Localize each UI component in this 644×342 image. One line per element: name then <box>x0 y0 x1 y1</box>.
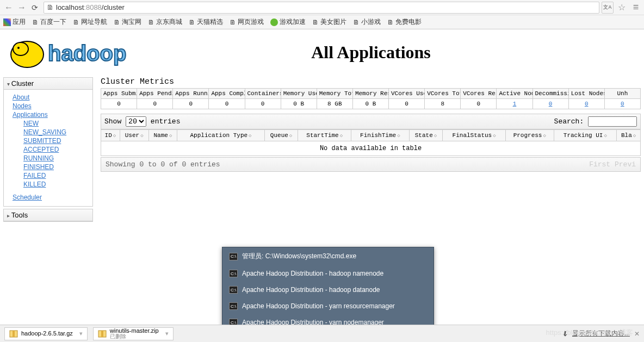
sidebar-section-cluster[interactable]: Cluster <box>4 78 92 90</box>
svg-text:hadoop: hadoop <box>48 41 126 65</box>
metrics-value: 0 <box>137 99 173 109</box>
metrics-value: 0 <box>209 99 245 109</box>
metrics-value: 0 <box>173 99 209 109</box>
no-data-message: No data available in table <box>101 141 641 156</box>
back-button[interactable]: ← <box>2 1 15 14</box>
sidebar-link-submitted[interactable]: SUBMITTED <box>23 136 88 145</box>
svg-point-1 <box>13 42 28 55</box>
reload-button[interactable]: ⟳ <box>28 1 41 14</box>
applications-table: ID◇User◇Name◇Application Type◇Queue◇Star… <box>101 129 641 141</box>
bookmark-item[interactable]: 🗎 网址导航 <box>73 17 107 27</box>
chevron-down-icon[interactable]: ▾ <box>165 330 169 337</box>
metrics-header: Apps Pending <box>137 89 173 99</box>
search-input[interactable] <box>588 116 637 127</box>
sidebar-link-scheduler[interactable]: Scheduler <box>13 193 42 202</box>
forward-button[interactable]: → <box>15 1 28 14</box>
sidebar-link-failed[interactable]: FAILED <box>23 171 88 180</box>
download-item[interactable]: winutils-master.zip 已删除 ▾ <box>93 327 174 340</box>
column-header[interactable]: Tracking UI◇ <box>554 130 617 141</box>
bookmark-item[interactable]: 🗎 京东商城 <box>148 17 182 27</box>
taskbar-item[interactable]: C:\Apache Hadoop Distribution - hadoop n… <box>222 265 434 282</box>
url-bar[interactable]: 🗎 localhost:8088/cluster <box>44 2 599 14</box>
sidebar-link-nodes[interactable]: Nodes <box>13 102 88 110</box>
pager-first[interactable]: First <box>589 160 610 169</box>
close-shelf-button[interactable]: ✕ <box>634 330 640 338</box>
sidebar-section-tools[interactable]: Tools <box>4 209 92 221</box>
column-header[interactable]: StartTime◇ <box>298 130 351 141</box>
metrics-value[interactable]: 0 <box>604 99 640 109</box>
metrics-header: Unh <box>604 89 640 99</box>
metrics-value: 0 <box>389 99 425 109</box>
metrics-header: VCores Total <box>425 89 461 99</box>
metrics-value[interactable]: 1 <box>497 99 532 109</box>
sidebar-link-applications[interactable]: Applications <box>13 110 88 119</box>
bookmark-item[interactable]: 🗎 天猫精选 <box>189 17 223 27</box>
bookmark-item[interactable]: 🗎 美女图片 <box>312 17 346 27</box>
column-header[interactable]: Application Type◇ <box>177 130 264 141</box>
bookmark-item[interactable]: 🗎 小游戏 <box>353 17 381 27</box>
svg-point-2 <box>17 47 20 49</box>
metrics-header: Apps Completed <box>209 89 245 99</box>
download-arrow-icon: ⬇ <box>562 330 568 338</box>
pager-prev[interactable]: Previ <box>615 160 636 169</box>
taskbar-item[interactable]: C:\Apache Hadoop Distribution - hadoop d… <box>222 282 434 298</box>
download-status: 已删除 <box>110 334 159 339</box>
column-header[interactable]: Queue◇ <box>264 130 298 141</box>
metrics-header: Apps Running <box>173 89 209 99</box>
metrics-value[interactable]: 0 <box>568 99 604 109</box>
sidebar-link-new-saving[interactable]: NEW_SAVING <box>23 128 88 136</box>
svg-rect-7 <box>101 331 103 337</box>
taskbar-item[interactable]: C:\管理员: C:\Windows\system32\cmd.exe <box>222 247 434 265</box>
bookmarks-bar: 应用 🗎 百度一下 🗎 网址导航 🗎 淘宝网 🗎 京东商城 🗎 天猫精选 🗎 网… <box>0 15 644 29</box>
sidebar: Cluster About Nodes Applications NEW NEW… <box>3 77 93 342</box>
column-header[interactable]: State◇ <box>409 130 443 141</box>
column-header[interactable]: User◇ <box>120 130 148 141</box>
metrics-value: 8 GB <box>317 99 352 109</box>
column-header[interactable]: FinalStatus◇ <box>443 130 506 141</box>
bookmark-item[interactable]: 游戏加速 <box>270 17 306 27</box>
show-all-downloads-link[interactable]: 显示所有下载内容... <box>572 329 630 338</box>
column-header[interactable]: Name◇ <box>148 130 177 141</box>
sidebar-link-accepted[interactable]: ACCEPTED <box>23 145 88 154</box>
cmd-icon: C:\ <box>229 253 238 260</box>
metrics-value: 0 <box>101 99 137 109</box>
hamburger-menu-icon[interactable]: ≡ <box>630 2 642 14</box>
sidebar-link-finished[interactable]: FINISHED <box>23 163 88 171</box>
bookmark-item[interactable]: 🗎 百度一下 <box>32 17 66 27</box>
sidebar-link-new[interactable]: NEW <box>23 119 88 128</box>
bookmark-item[interactable]: 🗎 网页游戏 <box>230 17 264 27</box>
bookmark-item[interactable]: 🗎 淘宝网 <box>114 17 141 27</box>
column-header[interactable]: ID◇ <box>101 130 120 141</box>
metrics-value: 0 <box>245 99 281 109</box>
metrics-value: 0 B <box>352 99 388 109</box>
download-shelf: hadoop-2.6.5.tar.gz ▾ winutils-master.zi… <box>0 325 644 342</box>
column-header[interactable]: FinishTime◇ <box>351 130 410 141</box>
column-header[interactable]: Bla◇ <box>617 130 641 141</box>
metrics-header: VCores Used <box>389 89 425 99</box>
show-label: Show <box>104 117 121 126</box>
translate-icon[interactable]: 文A <box>602 2 614 14</box>
taskbar-item[interactable]: C:\Apache Hadoop Distribution - yarn res… <box>222 298 434 314</box>
bookmark-item[interactable]: 🗎 免费电影 <box>387 17 422 27</box>
download-item[interactable]: hadoop-2.6.5.tar.gz ▾ <box>4 327 88 340</box>
metrics-value[interactable]: 0 <box>532 99 568 109</box>
sidebar-link-running[interactable]: RUNNING <box>23 154 88 163</box>
page-title: All Applications <box>158 42 639 63</box>
chevron-down-icon[interactable]: ▾ <box>79 330 83 337</box>
sidebar-link-killed[interactable]: KILLED <box>23 180 88 189</box>
archive-icon <box>9 329 18 338</box>
browser-toolbar: ← → ⟳ 🗎 localhost:8088/cluster 文A ☆ ≡ <box>0 0 644 15</box>
column-header[interactable]: Progress◇ <box>505 130 554 141</box>
metrics-header: Containers Running <box>245 89 281 99</box>
metrics-header: Lost Nodes <box>568 89 604 99</box>
metrics-header: Decommissioned Nodes <box>532 89 568 99</box>
apps-button[interactable]: 应用 <box>3 17 26 27</box>
entries-select[interactable]: 20 <box>126 116 146 127</box>
bookmark-star-icon[interactable]: ☆ <box>616 2 628 14</box>
svg-rect-5 <box>13 331 15 337</box>
metrics-value: 0 <box>461 99 497 109</box>
cluster-metrics-title: Cluster Metrics <box>101 77 641 86</box>
sidebar-link-about[interactable]: About <box>13 93 88 102</box>
metrics-header: Active Nodes <box>497 89 532 99</box>
url-path: /cluster <box>102 3 125 11</box>
